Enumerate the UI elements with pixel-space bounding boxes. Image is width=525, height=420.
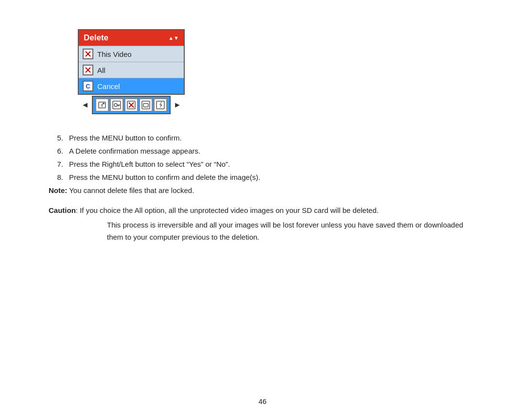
menu-header-arrows: ▲▼ bbox=[168, 35, 179, 41]
instruction-7: 7. Press the Right/Left button to select… bbox=[49, 160, 476, 168]
instruction-6-text: A Delete confirmation message appears. bbox=[69, 147, 476, 155]
ui-widget: Delete ▲▼ This Video All C Cancel ◄ bbox=[78, 29, 185, 114]
menu-header: Delete ▲▼ bbox=[79, 30, 184, 46]
toolbar-icons: T bbox=[92, 96, 171, 114]
this-video-icon bbox=[83, 49, 93, 59]
menu-header-label: Delete bbox=[84, 33, 108, 43]
menu-item-cancel[interactable]: C Cancel bbox=[79, 78, 184, 94]
instruction-5: 5. Press the MENU button to confirm. bbox=[49, 134, 476, 142]
protect-icon bbox=[141, 101, 150, 109]
caution-block: Caution: If you choice the All option, a… bbox=[49, 204, 476, 244]
all-icon bbox=[83, 65, 93, 75]
instructions: 5. Press the MENU button to confirm. 6. … bbox=[49, 134, 476, 244]
note-bold-prefix: Note: bbox=[49, 186, 67, 194]
note-block: Note: You cannot delete files that are l… bbox=[49, 186, 476, 194]
this-video-label: This Video bbox=[97, 50, 132, 58]
toolbar-left-arrow: ◄ bbox=[79, 101, 91, 109]
instruction-6-number: 6. bbox=[49, 147, 63, 155]
instruction-7-text: Press the Right/Left button to select “Y… bbox=[69, 160, 476, 168]
instruction-7-number: 7. bbox=[49, 160, 63, 168]
instruction-6: 6. A Delete confirmation message appears… bbox=[49, 147, 476, 155]
toolbar-icon-special bbox=[154, 98, 167, 112]
caution-bold-prefix: Caution bbox=[49, 206, 76, 214]
instruction-8-text: Press the MENU button to confirm and del… bbox=[69, 173, 476, 181]
svg-rect-12 bbox=[143, 104, 148, 107]
instruction-5-number: 5. bbox=[49, 134, 63, 142]
menu-item-all[interactable]: All bbox=[79, 62, 184, 78]
toolbar-row: ◄ T bbox=[79, 96, 183, 114]
cancel-icon: C bbox=[83, 81, 93, 91]
toolbar-icon-mode: T bbox=[95, 98, 109, 112]
key-icon bbox=[112, 101, 121, 109]
instruction-5-text: Press the MENU button to confirm. bbox=[69, 134, 476, 142]
toolbar-right-arrow: ► bbox=[172, 101, 183, 109]
cancel-label: Cancel bbox=[97, 82, 120, 90]
svg-text:T: T bbox=[101, 104, 104, 108]
delete-icon bbox=[127, 101, 136, 109]
svg-point-4 bbox=[114, 104, 117, 106]
instruction-8-number: 8. bbox=[49, 173, 63, 181]
page-number: 46 bbox=[259, 397, 267, 405]
menu-item-this-video[interactable]: This Video bbox=[79, 46, 184, 62]
instruction-8: 8. Press the MENU button to confirm and … bbox=[49, 173, 476, 181]
toolbar-icon-protect bbox=[139, 98, 153, 112]
all-label: All bbox=[97, 66, 105, 74]
mode-icon: T bbox=[98, 101, 106, 109]
toolbar-icon-delete bbox=[124, 98, 138, 112]
caution-main-text: If you choice the All option, all the un… bbox=[78, 206, 379, 214]
caution-indent-text: This process is irreversible and all you… bbox=[107, 219, 476, 244]
special-icon bbox=[156, 101, 165, 109]
delete-menu: Delete ▲▼ This Video All C Cancel bbox=[78, 29, 185, 95]
toolbar-icon-key bbox=[110, 98, 123, 112]
note-text: You cannot delete files that are locked. bbox=[67, 186, 194, 194]
page-container: Delete ▲▼ This Video All C Cancel ◄ bbox=[0, 0, 525, 420]
